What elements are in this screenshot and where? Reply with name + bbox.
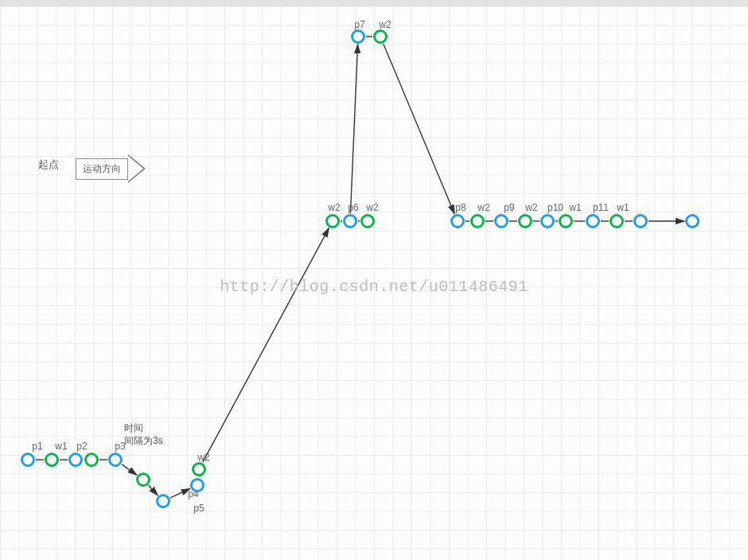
p-node: [685, 214, 699, 228]
node-label: p6: [348, 202, 358, 213]
arrow-right-icon: [128, 154, 146, 183]
interval-label-line1: 时间: [124, 422, 143, 434]
node-label: w1: [55, 441, 67, 452]
direction-arrow-label: 运动方向: [76, 158, 128, 180]
p-node: [586, 214, 600, 228]
edge: [350, 45, 357, 213]
node-label: p2: [76, 441, 87, 452]
node-label: w2: [525, 202, 537, 213]
node-label: w2: [328, 202, 340, 213]
node-label: w2: [477, 202, 489, 213]
p-node: [343, 214, 357, 228]
interval-label-line2: 间隔为3s: [124, 435, 163, 446]
edge: [170, 488, 190, 498]
node-label: p11: [593, 202, 609, 213]
diagram-canvas: 起点 运动方向 时间 间隔为3s p1w1p2p3p4p5w2w2p6w2p7w…: [0, 0, 748, 560]
start-label: 起点: [38, 158, 59, 172]
node-label: p3: [115, 441, 125, 452]
w-node: [559, 214, 573, 228]
p-node: [450, 214, 465, 228]
p-node: [351, 29, 365, 44]
node-label: w1: [617, 202, 629, 213]
direction-arrow: 运动方向: [76, 154, 146, 183]
w-node: [373, 29, 388, 44]
p-node: [108, 453, 123, 467]
node-label: p8: [455, 202, 466, 213]
edge: [122, 465, 137, 475]
interval-label: 时间 间隔为3s: [124, 422, 163, 447]
w-node: [45, 453, 59, 467]
p-node: [190, 478, 205, 492]
p-node: [68, 453, 83, 467]
node-label: w2: [366, 202, 378, 213]
edge: [384, 44, 454, 214]
edges-layer: [0, 6, 748, 560]
w-node: [136, 472, 150, 487]
node-label: w2: [379, 19, 391, 30]
p-node: [156, 494, 170, 508]
w-node: [470, 214, 485, 228]
w-node: [192, 462, 206, 476]
node-label: w1: [569, 202, 581, 213]
node-label: p1: [32, 441, 42, 452]
w-node: [610, 214, 624, 228]
watermark: http://blog.csdn.net/u011486491: [220, 278, 528, 296]
p-node: [540, 214, 555, 228]
node-label: p10: [547, 202, 563, 213]
node-label: p7: [354, 19, 364, 30]
p-node: [21, 453, 35, 467]
edge: [149, 485, 158, 495]
w-node: [360, 214, 375, 228]
node-label: w2: [197, 452, 209, 463]
w-node: [84, 453, 99, 467]
node-label: p5: [193, 503, 204, 514]
edge: [203, 228, 329, 462]
node-label: p9: [504, 202, 514, 213]
w-node: [325, 214, 340, 228]
w-node: [518, 214, 532, 228]
p-node: [494, 214, 508, 228]
p-node: [633, 214, 648, 228]
